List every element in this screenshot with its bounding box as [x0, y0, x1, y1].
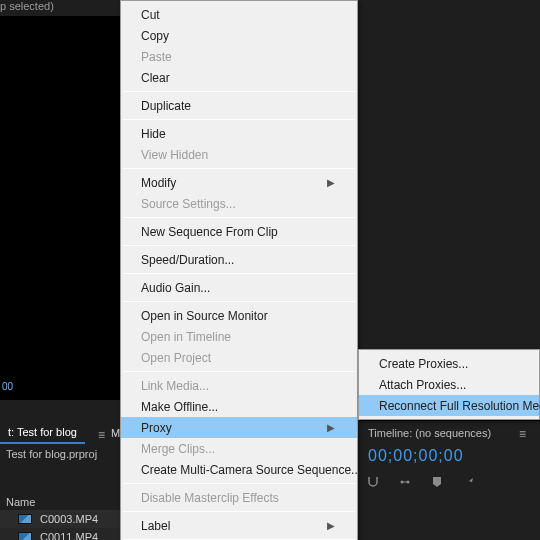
menu-separator [123, 483, 355, 484]
menu-item-label: Source Settings... [141, 197, 236, 211]
clip-name: C0011.MP4 [40, 531, 98, 540]
menu-item[interactable]: Reconnect Full Resolution Media... [359, 395, 539, 416]
menu-separator [123, 119, 355, 120]
settings-icon[interactable] [462, 475, 476, 489]
menu-item-label: Open in Timeline [141, 330, 231, 344]
source-monitor-viewport[interactable] [0, 16, 120, 400]
timeline-tools [366, 475, 476, 489]
menu-item[interactable]: Hide [121, 123, 357, 144]
menu-separator [123, 301, 355, 302]
menu-item-label: Open Project [141, 351, 211, 365]
column-header-name[interactable]: Name [6, 496, 35, 508]
menu-item[interactable]: Create Multi-Camera Source Sequence... [121, 459, 357, 480]
menu-item-label: Open in Source Monitor [141, 309, 268, 323]
clip-icon [18, 532, 32, 540]
proxy-submenu[interactable]: Create Proxies...Attach Proxies...Reconn… [358, 349, 540, 420]
menu-item-label: New Sequence From Clip [141, 225, 278, 239]
menu-item-label: Link Media... [141, 379, 209, 393]
menu-separator [123, 217, 355, 218]
timeline-menu-icon[interactable]: ≡ [519, 427, 526, 441]
menu-item[interactable]: Duplicate [121, 95, 357, 116]
context-menu[interactable]: CutCopyPasteClearDuplicateHideView Hidde… [120, 0, 358, 540]
timeline-title: Timeline: (no sequences) [368, 427, 491, 439]
menu-item: Source Settings... [121, 193, 357, 214]
menu-item: Link Media... [121, 375, 357, 396]
menu-item[interactable]: Create Proxies... [359, 353, 539, 374]
chevron-right-icon: ▶ [327, 520, 335, 531]
menu-item[interactable]: Copy [121, 25, 357, 46]
menu-separator [123, 245, 355, 246]
project-filename: Test for blog.prproj [6, 448, 97, 460]
menu-item-label: Reconnect Full Resolution Media... [379, 399, 540, 413]
menu-item[interactable]: Cut [121, 4, 357, 25]
menu-separator [123, 371, 355, 372]
tab-menu-icon[interactable]: ≡ [98, 428, 105, 442]
menu-item-label: Create Multi-Camera Source Sequence... [141, 463, 361, 477]
menu-item-label: Hide [141, 127, 166, 141]
menu-item-label: Audio Gain... [141, 281, 210, 295]
clip-name: C0003.MP4 [40, 513, 98, 525]
menu-item[interactable]: Make Offline... [121, 396, 357, 417]
tab-project[interactable]: t: Test for blog [0, 422, 85, 444]
menu-separator [123, 168, 355, 169]
timeline-timecode[interactable]: 00;00;00;00 [368, 447, 464, 465]
menu-item-label: View Hidden [141, 148, 208, 162]
source-timecode: 00 [2, 381, 13, 392]
menu-separator [123, 91, 355, 92]
menu-item-label: Proxy [141, 421, 172, 435]
menu-item-label: Speed/Duration... [141, 253, 234, 267]
marker-icon[interactable] [430, 475, 444, 489]
chevron-right-icon: ▶ [327, 177, 335, 188]
menu-separator [123, 511, 355, 512]
menu-item: Disable Masterclip Effects [121, 487, 357, 508]
menu-item[interactable]: Audio Gain... [121, 277, 357, 298]
source-header: p selected) [0, 0, 120, 16]
timeline-panel: Timeline: (no sequences) ≡ 00;00;00;00 [360, 420, 540, 540]
linked-selection-icon[interactable] [398, 475, 412, 489]
menu-item-label: Merge Clips... [141, 442, 215, 456]
menu-item[interactable]: Open in Source Monitor [121, 305, 357, 326]
menu-item-label: Disable Masterclip Effects [141, 491, 279, 505]
menu-item-label: Attach Proxies... [379, 378, 466, 392]
snap-icon[interactable] [366, 475, 380, 489]
menu-item-label: Create Proxies... [379, 357, 468, 371]
menu-item-label: Paste [141, 50, 172, 64]
menu-item-label: Clear [141, 71, 170, 85]
menu-item: Open in Timeline [121, 326, 357, 347]
menu-item[interactable]: Attach Proxies... [359, 374, 539, 395]
app-root: p selected) 00 t: Test for blog ≡ Med Te… [0, 0, 540, 540]
menu-item: Open Project [121, 347, 357, 368]
menu-item[interactable]: Clear [121, 67, 357, 88]
chevron-right-icon: ▶ [327, 422, 335, 433]
clip-icon [18, 514, 32, 524]
menu-item-label: Modify [141, 176, 176, 190]
menu-item-label: Cut [141, 8, 160, 22]
menu-item[interactable]: New Sequence From Clip [121, 221, 357, 242]
menu-item: Merge Clips... [121, 438, 357, 459]
menu-item: Paste [121, 46, 357, 67]
menu-item-label: Label [141, 519, 170, 533]
menu-item-label: Copy [141, 29, 169, 43]
menu-item[interactable]: Label▶ [121, 515, 357, 536]
menu-item[interactable]: Speed/Duration... [121, 249, 357, 270]
menu-item-label: Duplicate [141, 99, 191, 113]
menu-item-label: Make Offline... [141, 400, 218, 414]
menu-separator [123, 273, 355, 274]
menu-item: View Hidden [121, 144, 357, 165]
menu-item[interactable]: Proxy▶ [121, 417, 357, 438]
menu-item[interactable]: Modify▶ [121, 172, 357, 193]
